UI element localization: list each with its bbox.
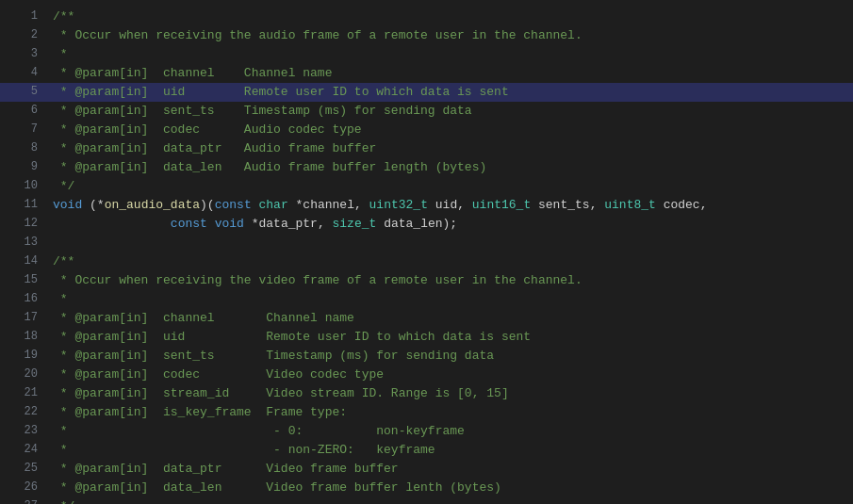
line-content: void (*on_audio_data)(const char *channe… bbox=[53, 196, 845, 215]
line-number: 7 bbox=[8, 121, 38, 139]
line-content: * @param[in] uid Remote user ID to which… bbox=[53, 328, 845, 347]
code-token: void bbox=[215, 217, 244, 231]
line-content: /** bbox=[53, 252, 845, 271]
code-line: 17 * @param[in] channel Channel name bbox=[0, 309, 853, 328]
code-line: 18 * @param[in] uid Remote user ID to wh… bbox=[0, 328, 853, 347]
line-number: 13 bbox=[8, 234, 38, 252]
code-token: * @param[in] is_key_frame Frame type: bbox=[53, 405, 347, 419]
line-content: * @param[in] data_ptr Video frame buffer bbox=[53, 460, 845, 479]
code-token bbox=[244, 217, 252, 231]
line-number: 6 bbox=[8, 102, 38, 121]
code-line: 2 * Occur when receiving the audio frame… bbox=[0, 26, 853, 45]
code-token: * bbox=[97, 198, 105, 212]
code-token: data_len); bbox=[376, 217, 457, 231]
code-token: * - 0: non-keyframe bbox=[53, 424, 465, 438]
code-line: 25 * @param[in] data_ptr Video frame buf… bbox=[0, 460, 853, 479]
code-line: 9 * @param[in] data_len Audio frame buff… bbox=[0, 158, 853, 177]
line-content: * @param[in] sent_ts Timestamp (ms) for … bbox=[53, 347, 845, 366]
line-number: 14 bbox=[8, 252, 38, 271]
code-token bbox=[288, 198, 296, 212]
line-content: * @param[in] codec Audio codec type bbox=[53, 121, 845, 139]
line-number: 4 bbox=[8, 64, 38, 83]
code-token: void bbox=[53, 198, 82, 212]
line-number: 27 bbox=[8, 497, 38, 504]
code-line: 26 * @param[in] data_len Video frame buf… bbox=[0, 479, 853, 497]
line-number: 17 bbox=[8, 309, 38, 328]
line-number: 22 bbox=[8, 403, 38, 422]
code-token: * @param[in] data_ptr Audio frame buffer bbox=[53, 141, 376, 155]
code-token: */ bbox=[53, 499, 74, 504]
line-number: 2 bbox=[8, 26, 38, 45]
code-token: * bbox=[53, 292, 68, 306]
code-line: 12 const void *data_ptr, size_t data_len… bbox=[0, 215, 853, 234]
line-number: 1 bbox=[8, 8, 38, 26]
code-token: uint8_t bbox=[604, 198, 656, 212]
code-line: 8 * @param[in] data_ptr Audio frame buff… bbox=[0, 139, 853, 158]
code-token: /** bbox=[53, 254, 74, 268]
code-token: codec, bbox=[656, 198, 708, 212]
code-token: )( bbox=[200, 198, 215, 212]
code-token: char bbox=[259, 198, 288, 212]
code-token: * @param[in] uid Remote user ID to which… bbox=[53, 330, 531, 344]
code-line: 19 * @param[in] sent_ts Timestamp (ms) f… bbox=[0, 347, 853, 366]
code-token: channel, bbox=[303, 198, 369, 212]
code-token: * @param[in] sent_ts Timestamp (ms) for … bbox=[53, 349, 494, 363]
line-content: * @param[in] data_len Audio frame buffer… bbox=[53, 158, 845, 177]
line-number: 20 bbox=[8, 366, 38, 384]
line-content: * Occur when receiving the video frame o… bbox=[53, 271, 845, 290]
line-content bbox=[53, 234, 845, 252]
code-line: 6 * @param[in] sent_ts Timestamp (ms) fo… bbox=[0, 102, 853, 121]
code-token: * @param[in] codec Audio codec type bbox=[53, 122, 362, 137]
code-token: * @param[in] channel Channel name bbox=[53, 311, 354, 325]
code-token bbox=[207, 217, 215, 231]
line-number: 16 bbox=[8, 290, 38, 309]
code-line: 21 * @param[in] stream_id Video stream I… bbox=[0, 384, 853, 403]
code-line: 11void (*on_audio_data)(const char *chan… bbox=[0, 196, 853, 215]
code-token: * @param[in] channel Channel name bbox=[53, 66, 332, 80]
code-token: const bbox=[171, 217, 207, 231]
code-line: 1/** bbox=[0, 8, 853, 26]
code-token: * bbox=[252, 217, 259, 231]
code-token: data_ptr, bbox=[259, 217, 333, 231]
code-token: size_t bbox=[333, 217, 377, 231]
code-token bbox=[252, 198, 259, 212]
code-token: * @param[in] data_len Video frame buffer… bbox=[53, 480, 501, 495]
code-token: * - non-ZERO: keyframe bbox=[53, 443, 435, 457]
code-line: 3 * bbox=[0, 45, 853, 64]
line-number: 25 bbox=[8, 460, 38, 479]
line-content: * - 0: non-keyframe bbox=[53, 422, 845, 441]
code-line: 13 bbox=[0, 234, 853, 252]
code-token: * Occur when receiving the video frame o… bbox=[53, 273, 582, 287]
code-token: sent_ts, bbox=[531, 198, 604, 212]
line-content: * Occur when receiving the audio frame o… bbox=[53, 26, 845, 45]
code-token: const bbox=[215, 198, 252, 212]
line-number: 10 bbox=[8, 177, 38, 196]
line-number: 9 bbox=[8, 158, 38, 177]
line-number: 26 bbox=[8, 479, 38, 497]
code-line: 10 */ bbox=[0, 177, 853, 196]
code-token: on_audio_data bbox=[105, 198, 200, 212]
line-content: * @param[in] uid Remote user ID to which… bbox=[53, 83, 845, 102]
code-token bbox=[53, 217, 171, 231]
line-content: * @param[in] sent_ts Timestamp (ms) for … bbox=[53, 102, 845, 121]
line-number: 11 bbox=[8, 196, 38, 215]
line-number: 12 bbox=[8, 215, 38, 234]
line-content: * @param[in] channel Channel name bbox=[53, 64, 845, 83]
code-editor: 1/**2 * Occur when receiving the audio f… bbox=[0, 0, 853, 504]
code-token: /** bbox=[53, 9, 74, 24]
line-content: * @param[in] stream_id Video stream ID. … bbox=[53, 384, 845, 403]
line-content: */ bbox=[53, 497, 845, 504]
line-number: 24 bbox=[8, 441, 38, 460]
line-number: 19 bbox=[8, 347, 38, 366]
line-content: /** bbox=[53, 8, 845, 26]
code-token: * bbox=[53, 47, 68, 61]
code-line: 24 * - non-ZERO: keyframe bbox=[0, 441, 853, 460]
code-line: 23 * - 0: non-keyframe bbox=[0, 422, 853, 441]
code-token: * @param[in] stream_id Video stream ID. … bbox=[53, 386, 509, 400]
code-token: */ bbox=[53, 179, 74, 193]
line-content: * bbox=[53, 290, 845, 309]
code-token: * @param[in] uid Remote user ID to which… bbox=[53, 85, 509, 99]
code-token: * @param[in] sent_ts Timestamp (ms) for … bbox=[53, 104, 472, 118]
code-line: 16 * bbox=[0, 290, 853, 309]
code-token: uint16_t bbox=[472, 198, 531, 212]
